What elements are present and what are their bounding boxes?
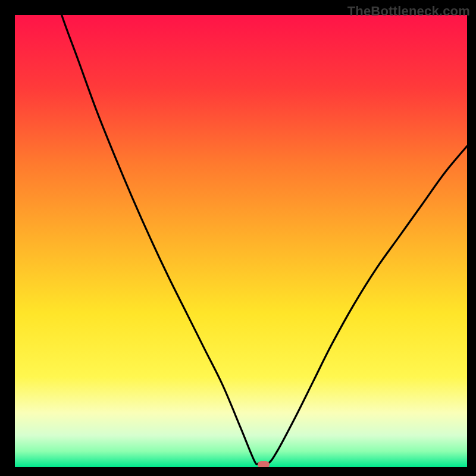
chart-frame: TheBottleneck.com: [0, 0, 476, 476]
bottleneck-chart: [15, 15, 467, 467]
optimal-marker: [258, 461, 270, 467]
plot-area: [15, 15, 467, 467]
gradient-background: [15, 15, 467, 467]
watermark-text: TheBottleneck.com: [347, 4, 470, 19]
